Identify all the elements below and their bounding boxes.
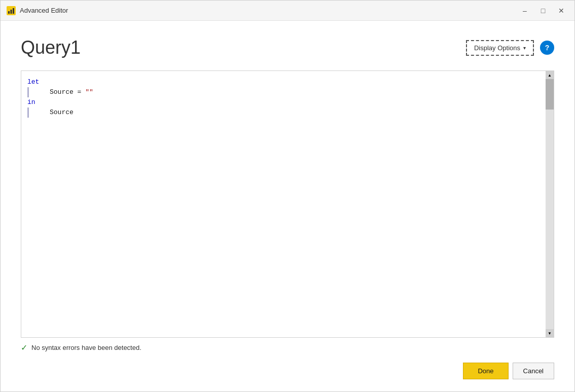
code-line-4: Source <box>27 108 540 118</box>
display-options-label: Display Options <box>474 44 520 52</box>
cancel-button[interactable]: Cancel <box>513 363 554 379</box>
svg-rect-3 <box>13 8 14 14</box>
footer-actions: Done Cancel <box>21 352 554 379</box>
check-icon: ✓ <box>21 343 27 352</box>
help-button[interactable]: ? <box>540 41 554 55</box>
close-button[interactable]: ✕ <box>554 4 568 18</box>
header-actions: Display Options ▾ ? <box>466 40 554 56</box>
scrollbar-track: ▲ ▼ <box>546 71 554 337</box>
svg-rect-2 <box>11 10 12 14</box>
title-bar: Advanced Editor – □ ✕ <box>1 1 574 21</box>
line-gutter-2 <box>27 108 29 118</box>
power-bi-icon <box>7 6 16 15</box>
scroll-thumb[interactable] <box>546 79 554 110</box>
content-area: Query1 Display Options ▾ ? let <box>1 21 574 391</box>
advanced-editor-window: Advanced Editor – □ ✕ Query1 Display Opt… <box>0 0 575 392</box>
display-options-button[interactable]: Display Options ▾ <box>466 40 534 56</box>
done-button[interactable]: Done <box>463 363 508 379</box>
maximize-button[interactable]: □ <box>536 4 550 18</box>
code-editor-container: let Source = "" in Sour <box>21 70 554 338</box>
keyword-let: let <box>27 77 39 87</box>
keyword-in: in <box>27 97 35 108</box>
chevron-down-icon: ▾ <box>523 45 526 51</box>
code-line-2: Source = "" <box>27 87 540 97</box>
identifier-source-2: Source <box>50 108 74 118</box>
code-line-1: let <box>27 77 540 87</box>
scroll-up-button[interactable]: ▲ <box>546 71 554 79</box>
status-message: No syntax errors have been detected. <box>31 344 141 351</box>
identifier-source: Source <box>50 87 74 97</box>
code-editor[interactable]: let Source = "" in Sour <box>21 71 546 337</box>
code-line-3: in <box>27 97 540 108</box>
line-gutter <box>27 87 29 97</box>
window-controls: – □ ✕ <box>518 4 568 18</box>
window-title: Advanced Editor <box>20 7 518 14</box>
status-bar: ✓ No syntax errors have been detected. <box>21 338 554 352</box>
operator-equals: = <box>74 87 85 97</box>
query-title: Query1 <box>21 37 81 58</box>
query-header: Query1 Display Options ▾ ? <box>21 37 554 58</box>
scroll-down-button[interactable]: ▼ <box>546 329 554 337</box>
string-value: "" <box>85 87 93 97</box>
svg-rect-1 <box>8 11 10 14</box>
minimize-button[interactable]: – <box>518 4 532 18</box>
